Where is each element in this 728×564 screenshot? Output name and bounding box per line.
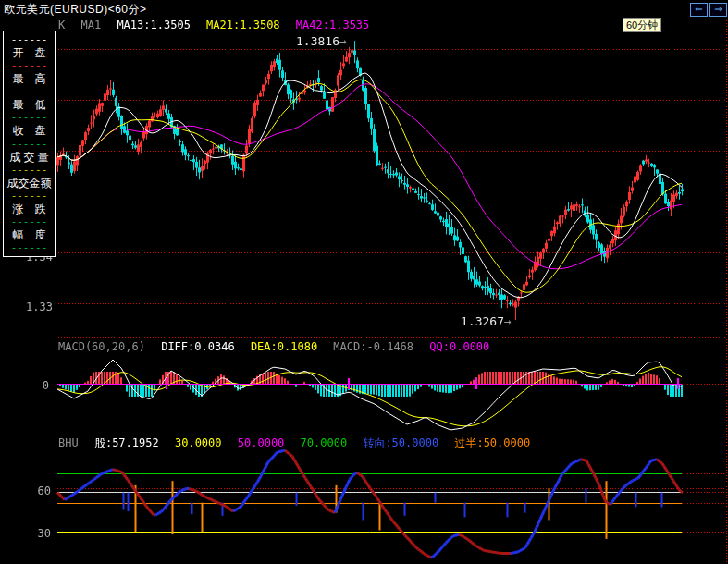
macd-diff-value: DIFF:0.0346 [161, 340, 234, 353]
high-price-text: 1.3816 [296, 34, 339, 48]
ma13-value: MA13:1.3505 [117, 18, 190, 31]
bhu-axis-label-60: 60 [29, 484, 51, 497]
volume-value: ------ [4, 164, 55, 177]
turnover-label: 成交金额 [4, 177, 55, 190]
chart-type-label: K [58, 18, 65, 31]
high-value: ------ [4, 85, 55, 98]
amplitude-label: 幅 度 [4, 228, 55, 241]
bhu-level-30: 30.0000 [175, 436, 222, 449]
bhu-axis-label-30: 30 [29, 527, 51, 540]
close-value: ------ [4, 138, 55, 151]
low-arrow-icon: → [504, 314, 512, 328]
ma21-value: MA21:1.3508 [206, 18, 279, 31]
low-value: ------ [4, 111, 55, 124]
change-label: 涨 跌 [4, 202, 55, 215]
price-chart-canvas[interactable] [0, 0, 728, 564]
open-label: 开 盘 [4, 46, 55, 59]
scroll-left-button[interactable]: ⇐ [690, 3, 708, 17]
bhu-turn-value: 转向:50.0000 [363, 436, 438, 449]
close-label: 收 盘 [4, 124, 55, 137]
kline-legend: K MA1 MA13:1.3505 MA21:1.3508 MA42:1.353… [58, 18, 378, 31]
macd-dea-value: DEA:0.1080 [251, 340, 317, 353]
macd-legend: MACD(60,20,6) DIFF:0.0346 DEA:0.1080 MAC… [58, 340, 499, 352]
ohlc-time-placeholder: ------ [4, 33, 55, 46]
trading-app-window: 欧元美元(EURUSD)<60分> ⇐ ⇒ 60分钟 K MA1 MA13:1.… [0, 0, 728, 564]
ohlc-info-panel: ------ 开 盘 ------ 最 高 ------ 最 低 ------ … [3, 31, 56, 257]
low-price-text: 1.3267 [461, 314, 504, 328]
high-arrow-icon: → [339, 34, 347, 48]
bhu-level-70: 70.0000 [301, 436, 348, 449]
ma42-value: MA42:1.3535 [296, 18, 369, 31]
turnover-value: ------ [4, 190, 55, 202]
low-label: 最 低 [4, 98, 55, 111]
bhu-half-value: 过半:50.0000 [454, 436, 530, 449]
title-bar: 欧元美元(EURUSD)<60分> ⇐ ⇒ [0, 0, 728, 18]
bhu-legend: BHU 股:57.1952 30.0000 50.0000 70.0000 转向… [58, 435, 539, 448]
macd-axis-label-zero: 0 [31, 379, 49, 392]
bhu-indicator-label: BHU [58, 436, 79, 449]
ma-indicator-label: MA1 [80, 18, 101, 31]
macd-params-label: MACD(60,20,6) [58, 340, 145, 353]
window-title: 欧元美元(EURUSD)<60分> [4, 2, 147, 18]
change-value: ------ [4, 215, 55, 228]
low-price-annotation: 1.3267→ [461, 314, 512, 328]
volume-label: 成 交 量 [4, 151, 55, 164]
high-price-annotation: 1.3816→ [296, 34, 347, 48]
amplitude-value: ------ [4, 241, 55, 254]
bhu-current-value: 股:57.1952 [94, 436, 159, 449]
nav-buttons: ⇐ ⇒ [690, 3, 727, 17]
price-axis-label-133: 1.33 [25, 300, 53, 313]
high-label: 最 高 [4, 72, 55, 85]
macd-qq-value: QQ:0.0000 [429, 340, 489, 353]
period-tooltip: 60分钟 [623, 18, 661, 32]
bhu-level-50: 50.0000 [238, 436, 285, 449]
macd-macd-value: MACD:-0.1468 [333, 340, 413, 353]
open-value: ------ [4, 59, 55, 72]
scroll-right-button[interactable]: ⇒ [709, 3, 727, 17]
